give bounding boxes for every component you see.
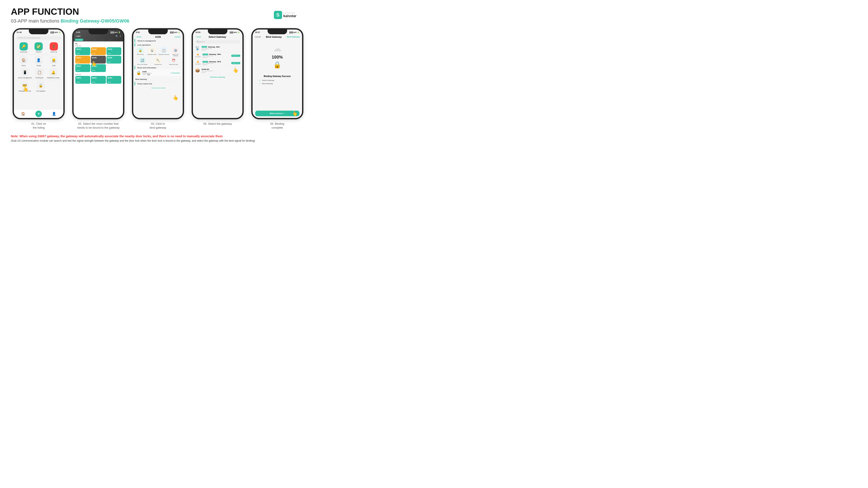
- gateway-7844-info: Online Gateway_7844 Mac: 80d08047844 Loc…: [203, 53, 229, 58]
- tab-rented[interactable]: Rented: [92, 39, 99, 41]
- phone4-header: < Back Select Gateway: [193, 35, 242, 39]
- room-b107[interactable]: B107100%: [75, 64, 90, 72]
- gateway-7878[interactable]: 📶 -60 dBm Online Gateway_7878 Mac: 80d08…: [193, 59, 242, 67]
- op-reset-lock-time[interactable]: ⏰ Reset lock time: [166, 57, 181, 65]
- phone1-profile-icon[interactable]: 👤: [52, 112, 56, 116]
- phone5-notch: [268, 30, 287, 34]
- phone3-content: < Back A105 Details Check in management …: [133, 34, 183, 118]
- phone5-bind-btn[interactable]: Bind Gateway: [287, 36, 300, 38]
- phone1-search[interactable]: Search for name/name/maps: [16, 36, 61, 40]
- phone5-finger: 👆: [292, 110, 298, 116]
- phone1-pending[interactable]: 📋 Pending list: [35, 68, 43, 78]
- tab-all-status[interactable]: All status: [75, 39, 83, 41]
- phone1-notification[interactable]: 🔔 Notification Center: [47, 68, 60, 78]
- phone2-floor-b1-2f: B-B1-2F ··· B201100% B202100% B203100%: [73, 73, 123, 85]
- brand-icon: S: [274, 11, 282, 19]
- phone2-add-icon[interactable]: +: [120, 35, 121, 37]
- page-subtitle: 03-APP main functions Binding Gateway-GW…: [11, 18, 305, 24]
- phone3-add-power[interactable]: + Add power switch: [133, 85, 183, 91]
- op-sync-lock[interactable]: 🔄 Sync Lock Status: [135, 57, 150, 65]
- op-gateway-unlock[interactable]: 📡 Gateway unlock: [147, 47, 158, 56]
- phone3-status-icons: ▐▐▐ WiFi 🔋: [170, 31, 180, 33]
- floor-b1-label: B1: [75, 43, 121, 45]
- room-b102[interactable]: B102100%: [91, 47, 106, 55]
- staff-icon: 👷: [50, 56, 58, 64]
- phone2-frame: 9:23 ▐▐▐ WiFi 🔋 < B▼ 🔍 + All status: [72, 28, 124, 119]
- phone5-caption: 05. Bindingcomplete: [270, 122, 284, 130]
- phone3-ops-grid: 🔓 BLE unlock 📡 Gateway unlock 📋 Operatio…: [133, 46, 183, 57]
- phone1-plus-button[interactable]: +: [35, 110, 42, 117]
- phone3-finger: 👆: [173, 95, 178, 101]
- phone5-step2: ✓ Bind Gateway: [259, 83, 296, 85]
- ble-unlock-label: BLE unlock: [137, 54, 144, 55]
- reset-lock-time-icon: ⏰: [170, 57, 177, 63]
- lock-device-icon: 🔒: [136, 70, 141, 75]
- notification-label: Notification Center: [47, 77, 60, 78]
- room-b201[interactable]: B201100%: [75, 76, 90, 84]
- tab-expire[interactable]: Expire: [100, 39, 106, 41]
- lock-upgrade-label: Lock upgrade: [36, 90, 45, 92]
- phone2-tabs: All status Vacant Rented Expire About: [73, 38, 123, 41]
- phone1-lock-upgrade[interactable]: 🔒 Lock upgrade: [36, 82, 45, 92]
- device-mgmt-label: Device management: [18, 77, 32, 78]
- phone5-cancel[interactable]: Cancel: [255, 36, 261, 38]
- gateway-7844-refresh[interactable]: Refresh sig: [231, 55, 240, 57]
- phone1-guest-pwd[interactable]: 🔑 Guest pwd: [20, 42, 28, 53]
- tab-vacant[interactable]: Vacant: [84, 39, 91, 41]
- phone3-section-ops: Lock operations: [134, 43, 183, 46]
- phone1-device-mgmt[interactable]: 📱 Device management: [18, 68, 32, 78]
- phone5-frame: 20:57 ▐▐▐ WiFi 🔋 Cancel Bind Gateway Bin…: [251, 28, 303, 119]
- phone5-container: 20:57 ▐▐▐ WiFi 🔋 Cancel Bind Gateway Bin…: [249, 28, 305, 130]
- room-b106[interactable]: B106100%: [106, 56, 122, 64]
- gateway-unlock-icon: 📡: [149, 47, 155, 53]
- phone3-container: 8:50 ▐▐▐ WiFi 🔋 < Back A105 Details Chec…: [130, 28, 186, 130]
- phone5-content: Cancel Bind Gateway Bind Gateway ☁ 100% …: [253, 34, 302, 118]
- gateway-453c[interactable]: 📡 Online Gateway_453c Mac: 80d8fac453c L…: [193, 44, 242, 52]
- op-ble-unlock[interactable]: 🔓 BLE unlock: [135, 47, 146, 56]
- phone2-container: 9:23 ▐▐▐ WiFi 🔋 < B▼ 🔍 + All status: [70, 28, 126, 130]
- room-b101[interactable]: B101100%: [75, 47, 90, 55]
- op-change-lock[interactable]: 🔧 Change lock: [151, 57, 165, 65]
- phone4-add-gateway[interactable]: Add New Gateway: [193, 74, 242, 80]
- room-icon: 🏠: [20, 56, 28, 64]
- phone3-bind-gateway[interactable]: Bind Gateway ›: [133, 76, 183, 82]
- page-title: APP FUNCTION: [11, 6, 305, 17]
- phone1-row3: 📱 Device management 📋 Pending list 🔔 Not…: [14, 67, 63, 79]
- tab-about[interactable]: About: [107, 39, 113, 41]
- device-mgmt-icon: 📱: [21, 68, 29, 76]
- phone1-staff[interactable]: 👷 Staff: [50, 56, 58, 66]
- phone1-frame: 21:48 ▐▐▐ WiFi 🔋 Search for name/name/ma…: [12, 28, 65, 119]
- op-operation-records[interactable]: 📋 Operation records: [158, 47, 169, 56]
- room-b103[interactable]: B103100%: [106, 47, 122, 55]
- phone1-time: 21:48: [17, 31, 22, 33]
- phone2-back[interactable]: < B▼: [76, 35, 81, 37]
- operation-records-icon: 📋: [161, 47, 167, 53]
- gateway-7878-refresh[interactable]: Refresh sig: [231, 62, 240, 64]
- phone1-home-icon[interactable]: 🏠: [21, 112, 25, 116]
- phone3-back[interactable]: < Back: [135, 36, 142, 38]
- phone1-check-in[interactable]: ✅ Check in: [34, 42, 43, 53]
- room-b104[interactable]: B104100%: [75, 56, 90, 64]
- phone4-search[interactable]: 🔍 Search: [195, 40, 240, 43]
- room-b203[interactable]: B203100%: [106, 76, 122, 84]
- phone5-title: Bind Gateway: [266, 36, 282, 38]
- phone2-search-icon[interactable]: 🔍: [116, 35, 118, 37]
- phone1-room[interactable]: 🏠 Room: [20, 56, 28, 66]
- door-lock-settings-icon: ⚙️: [173, 47, 179, 53]
- phone4-title: Select Gateway: [209, 36, 226, 38]
- phone1-caption: 01. Click onthe listing: [31, 122, 46, 130]
- phone4-caption: 04. Select the gateway: [203, 122, 232, 126]
- room-b202[interactable]: B202100%: [91, 76, 106, 84]
- gateway-7844[interactable]: 📶 -60 dBm Online Gateway_7844 Mac: 80d08…: [193, 52, 242, 59]
- gateway-7878-status: Online: [203, 61, 208, 63]
- phone1-tenant[interactable]: 👤 Tenant: [34, 56, 43, 66]
- phone3-header: < Back A105 Details: [133, 35, 183, 39]
- gateway-unlock-label: Gateway unlock: [148, 54, 157, 55]
- door-lock-settings-label: Door Lock Settings: [170, 54, 181, 56]
- phone3-details[interactable]: Details: [175, 36, 181, 38]
- check-out-label: Check out: [50, 51, 57, 53]
- phone4-back[interactable]: < Back: [195, 36, 201, 38]
- op-door-lock-settings[interactable]: ⚙️ Door Lock Settings: [170, 47, 181, 56]
- phone1-check-out[interactable]: 🚪 Check out: [50, 42, 58, 53]
- floor-b1-2f-sub: B-B1-2F ···: [75, 74, 121, 75]
